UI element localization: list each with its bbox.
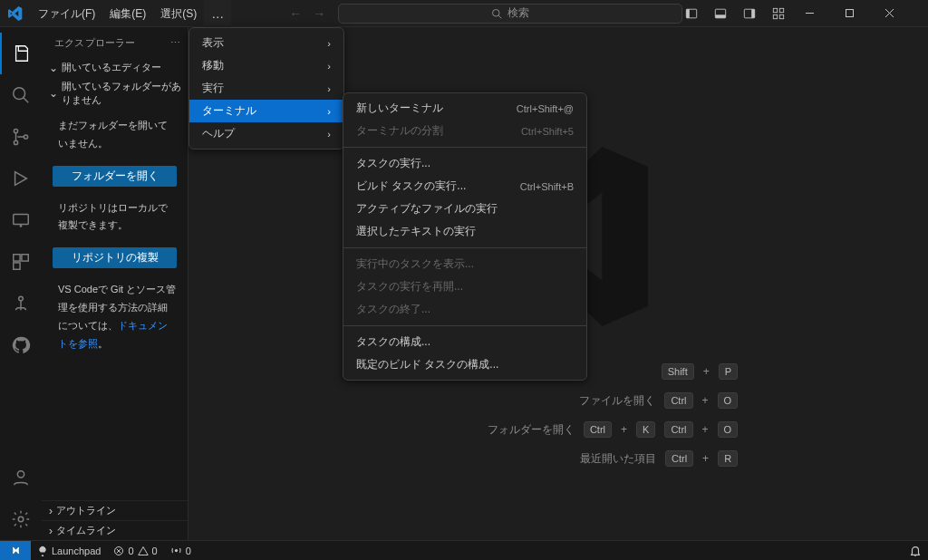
toggle-panel-icon[interactable] <box>714 7 740 20</box>
search-icon <box>491 8 502 19</box>
welcome-shortcut-row: フォルダーを開く Ctrl + K Ctrl + O <box>488 421 738 438</box>
command-center[interactable]: 検索 <box>338 4 682 24</box>
nav-back-icon[interactable]: ← <box>285 6 305 21</box>
cmd-run-active-file[interactable]: アクティブなファイルの実行 <box>343 198 586 220</box>
svg-rect-23 <box>14 255 20 261</box>
activity-scm-icon[interactable] <box>0 116 42 158</box>
window-controls <box>805 8 924 18</box>
svg-point-22 <box>20 225 23 227</box>
section-no-folder[interactable]: ⌄ 開いているフォルダーがありません <box>42 77 188 110</box>
status-bar: Launchpad 0 0 0 <box>0 540 928 560</box>
svg-rect-24 <box>22 255 28 261</box>
chevron-down-icon: ⌄ <box>49 62 58 74</box>
activity-gitlens-icon[interactable] <box>0 283 42 324</box>
svg-point-26 <box>19 296 24 301</box>
menu-more[interactable]: … <box>204 0 231 27</box>
chevron-right-icon: › <box>327 83 331 94</box>
status-remote-icon[interactable] <box>0 541 31 561</box>
error-icon <box>113 546 124 556</box>
toggle-primary-sidebar-icon[interactable] <box>685 7 710 20</box>
menubar: ファイル(F) 編集(E) 選択(S) … <box>31 0 231 26</box>
svg-point-28 <box>18 517 24 522</box>
svg-point-16 <box>14 88 25 100</box>
activity-settings-icon[interactable] <box>0 498 42 540</box>
svg-rect-25 <box>14 263 20 269</box>
svg-line-1 <box>499 15 502 18</box>
menu-view[interactable]: 表示› <box>189 32 343 54</box>
activity-run-icon[interactable] <box>0 158 42 199</box>
status-problems[interactable]: 0 0 <box>107 541 163 560</box>
activity-remote-icon[interactable] <box>0 199 42 241</box>
sidebar-title: エクスプローラー <box>54 36 136 50</box>
welcome-shortcut-row: 最近開いた項目 Ctrl + R <box>580 450 738 467</box>
chevron-right-icon: › <box>327 38 331 49</box>
svg-rect-7 <box>751 9 755 18</box>
activity-github-icon[interactable] <box>0 324 42 366</box>
window-minimize-icon[interactable] <box>805 8 845 18</box>
rocket-icon <box>37 546 48 556</box>
svg-point-32 <box>175 549 178 552</box>
menu-go[interactable]: 移動› <box>189 54 343 77</box>
cmd-show-running-tasks: 実行中のタスクを表示... <box>343 253 586 275</box>
sidebar-more-icon[interactable]: ⋯ <box>170 37 180 49</box>
cmd-run-task[interactable]: タスクの実行... <box>343 152 586 175</box>
svg-point-19 <box>14 140 17 144</box>
status-notifications[interactable] <box>903 541 928 560</box>
nav-forward-icon[interactable]: → <box>309 6 329 21</box>
activity-search-icon[interactable] <box>0 74 42 116</box>
no-folder-hint-2: リポジトリはローカルで複製できます。 <box>42 192 188 243</box>
menu-run[interactable]: 実行› <box>189 77 343 100</box>
terminal-submenu: 新しいターミナルCtrl+Shift+@ ターミナルの分割Ctrl+Shift+… <box>343 92 587 381</box>
cmd-new-terminal[interactable]: 新しいターミナルCtrl+Shift+@ <box>343 97 586 120</box>
menu-help[interactable]: ヘルプ› <box>189 122 343 145</box>
svg-point-20 <box>24 135 27 139</box>
search-placeholder: 検索 <box>508 5 529 21</box>
activity-extensions-icon[interactable] <box>0 241 42 283</box>
chevron-down-icon: ⌄ <box>49 87 58 100</box>
section-outline[interactable]: › アウトライン <box>42 500 188 520</box>
status-ports[interactable]: 0 <box>164 541 198 560</box>
cmd-configure-default-build[interactable]: 既定のビルド タスクの構成... <box>343 353 586 376</box>
toggle-secondary-sidebar-icon[interactable] <box>743 7 768 20</box>
section-timeline[interactable]: › タイムライン <box>42 520 188 540</box>
cmd-configure-task[interactable]: タスクの構成... <box>343 331 586 353</box>
svg-point-0 <box>493 9 500 16</box>
open-folder-button[interactable]: フォルダーを開く <box>53 166 177 187</box>
svg-rect-8 <box>773 8 777 12</box>
section-open-editors[interactable]: ⌄ 開いているエディター <box>42 58 188 77</box>
title-bar: ファイル(F) 編集(E) 選択(S) … ← → 検索 <box>0 0 928 27</box>
window-close-icon[interactable] <box>884 8 924 18</box>
window-maximize-icon[interactable] <box>845 8 884 18</box>
customize-layout-icon[interactable] <box>772 7 798 20</box>
menu-selection[interactable]: 選択(S) <box>153 0 204 27</box>
svg-rect-5 <box>715 14 725 18</box>
vscode-logo-icon <box>0 6 31 21</box>
no-folder-hint-3: VS Codeで Git とソース管理を使用する方法の詳細については、ドキュメン… <box>42 274 188 360</box>
welcome-shortcut-row: ファイルを開く Ctrl + O <box>579 392 738 409</box>
no-folder-hint-1: まだフォルダーを開いていません。 <box>42 110 188 160</box>
cmd-run-selected-text[interactable]: 選択したテキストの実行 <box>343 220 586 243</box>
status-launchpad[interactable]: Launchpad <box>31 541 107 560</box>
clone-repo-button[interactable]: リポジトリの複製 <box>53 247 177 268</box>
svg-point-18 <box>14 129 17 132</box>
bell-icon <box>909 545 922 557</box>
svg-point-27 <box>17 471 24 478</box>
activity-accounts-icon[interactable] <box>0 457 42 498</box>
menu-edit[interactable]: 編集(E) <box>102 0 153 27</box>
activity-bar <box>0 27 42 540</box>
menu-terminal[interactable]: ターミナル› <box>189 100 343 122</box>
sidebar-explorer: エクスプローラー ⋯ ⌄ 開いているエディター ⌄ 開いているフォルダーがありま… <box>42 27 188 540</box>
cmd-run-build-task[interactable]: ビルド タスクの実行...Ctrl+Shift+B <box>343 175 586 198</box>
activity-explorer-icon[interactable] <box>0 33 42 74</box>
chevron-right-icon: › <box>327 106 331 117</box>
svg-rect-11 <box>779 14 783 18</box>
cmd-terminate-task: タスクの終了... <box>343 298 586 321</box>
chevron-right-icon: › <box>327 129 331 140</box>
svg-rect-21 <box>14 215 29 225</box>
overflow-menu: 表示› 移動› 実行› ターミナル› ヘルプ› <box>188 27 344 150</box>
menu-file[interactable]: ファイル(F) <box>31 0 102 27</box>
warning-icon <box>138 546 149 556</box>
welcome-shortcut-row: Shift + P <box>662 363 738 380</box>
nav-history: ← → <box>285 6 329 21</box>
svg-rect-13 <box>846 10 854 17</box>
